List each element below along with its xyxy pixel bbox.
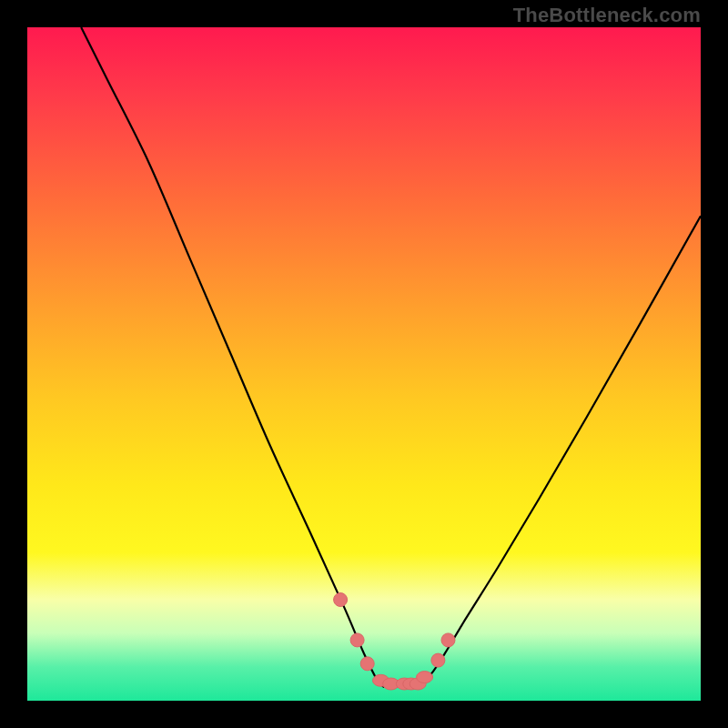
highlight-dot (350, 633, 364, 647)
curve-right (418, 216, 701, 687)
highlight-dot (417, 672, 433, 683)
highlight-dot (431, 653, 445, 667)
plot-area (27, 27, 701, 701)
chart-frame: TheBottleneck.com (0, 0, 728, 728)
curve-svg (27, 27, 701, 701)
highlight-dot (334, 593, 348, 607)
curve-left (81, 27, 384, 687)
highlight-dots (334, 593, 455, 691)
highlight-dot (360, 657, 374, 671)
watermark-text: TheBottleneck.com (513, 4, 701, 27)
highlight-dot (441, 633, 455, 647)
